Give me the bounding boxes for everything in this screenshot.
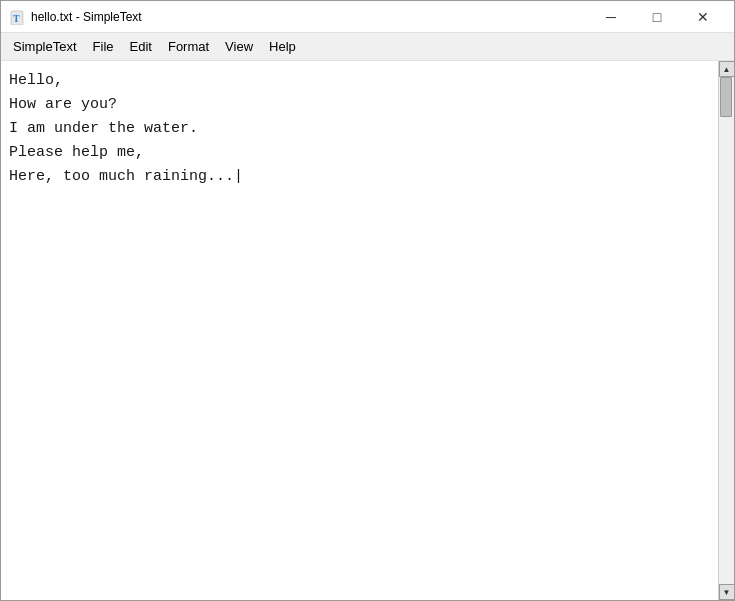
window-controls: ─ □ ✕ [588,1,726,33]
close-icon: ✕ [697,9,709,25]
maximize-icon: □ [653,9,661,25]
minimize-icon: ─ [606,9,616,25]
menu-edit[interactable]: Edit [122,35,160,58]
title-bar: T hello.txt - SimpleText ─ □ ✕ [1,1,734,33]
maximize-button[interactable]: □ [634,1,680,33]
menu-file[interactable]: File [85,35,122,58]
app-window: T hello.txt - SimpleText ─ □ ✕ SimpleTex… [0,0,735,601]
content-area: Hello, How are you? I am under the water… [1,61,734,600]
scroll-down-button[interactable]: ▼ [719,584,735,600]
menu-simpletext[interactable]: SimpleText [5,35,85,58]
scroll-up-button[interactable]: ▲ [719,61,735,77]
app-icon-svg: T [9,9,25,25]
window-title: hello.txt - SimpleText [31,10,588,24]
menu-help[interactable]: Help [261,35,304,58]
app-icon: T [9,9,25,25]
minimize-button[interactable]: ─ [588,1,634,33]
close-button[interactable]: ✕ [680,1,726,33]
menu-view[interactable]: View [217,35,261,58]
menu-format[interactable]: Format [160,35,217,58]
menu-bar: SimpleText File Edit Format View Help [1,33,734,61]
scrollbar[interactable]: ▲ ▼ [718,61,734,600]
svg-text:T: T [13,13,20,24]
scroll-track[interactable] [719,77,734,584]
text-editor[interactable]: Hello, How are you? I am under the water… [1,61,718,600]
scroll-thumb[interactable] [720,77,732,117]
